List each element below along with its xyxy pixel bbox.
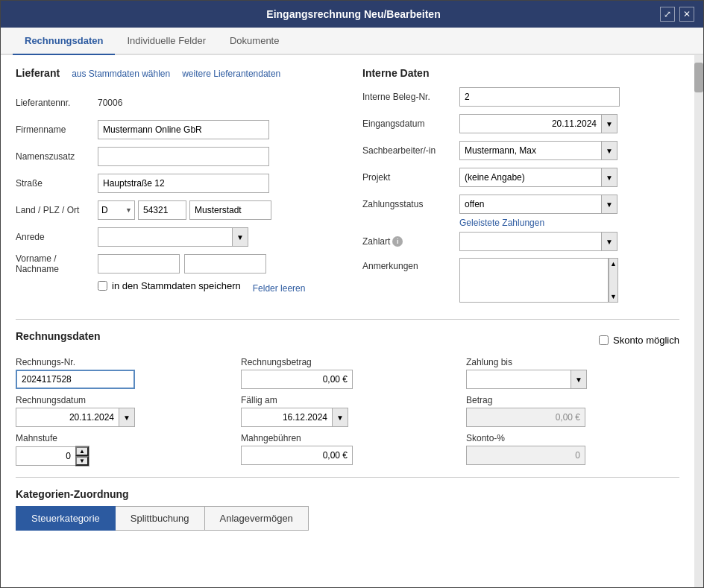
rechnungsdatum-input[interactable]	[16, 408, 119, 427]
mahngebuehren-label: Mahngebühren	[241, 433, 454, 443]
nachname-input[interactable]	[184, 254, 266, 274]
tab-dokumente[interactable]: Dokumente	[218, 28, 291, 55]
tab-individuelle-felder[interactable]: Individuelle Felder	[115, 28, 218, 55]
faellig-am-input[interactable]	[241, 408, 332, 427]
lieferantennr-value: 70006	[98, 98, 122, 108]
mahnstufe-label: Mahnstufe	[16, 433, 229, 443]
skonto-prozent-label: Skonto-%	[466, 433, 679, 443]
rechnungs-nr-field: Rechnungs-Nr.	[16, 357, 229, 389]
faellig-am-label: Fällig am	[241, 395, 454, 405]
tabs-bar: Rechnungsdaten Individuelle Felder Dokum…	[1, 28, 703, 55]
anlagevermoegen-tab-btn[interactable]: Anlagevermögen	[205, 506, 309, 531]
mahngebuehren-field: Mahngebühren	[241, 433, 454, 467]
skonto-checkbox[interactable]	[599, 335, 609, 345]
rechnungsbetrag-field: Rechnungsbetrag	[241, 357, 454, 389]
title-bar: Eingangsrechnung Neu/Bearbeiten ⤢ ✕	[1, 1, 703, 28]
mahnstufe-spinner-btns: ▲ ▼	[75, 446, 89, 467]
skonto-prozent-input[interactable]	[466, 446, 585, 465]
steuerkategorie-tab-btn[interactable]: Steuerkategorie	[16, 506, 116, 531]
top-form-section: Lieferant aus Stammdaten wählen weitere …	[16, 67, 679, 309]
splittbuchung-tab-btn[interactable]: Splittbuchung	[116, 506, 205, 531]
expand-button[interactable]: ⤢	[660, 7, 675, 22]
zahlungsstatus-dropdown-btn[interactable]: ▼	[601, 195, 617, 214]
namenszusatz-label: Namenszusatz	[16, 151, 98, 162]
sachbearbeiter-row: Sachbearbeiter/-in ▼	[362, 140, 679, 161]
felder-leeren-link[interactable]: Felder leeren	[253, 283, 306, 294]
rechnungsdaten-title: Rechnungsdaten	[16, 330, 101, 342]
zahlung-bis-dropdown-btn[interactable]: ▼	[571, 370, 587, 389]
rechnungs-nr-label: Rechnungs-Nr.	[16, 357, 229, 367]
anmerkungen-scroll-down[interactable]: ▼	[609, 293, 617, 300]
window-title: Eingangsrechnung Neu/Bearbeiten	[47, 8, 660, 20]
anrede-label: Anrede	[16, 232, 98, 242]
plz-input[interactable]	[138, 200, 186, 220]
namenszusatz-input[interactable]	[98, 147, 269, 166]
stammdaten-checkbox-row: in den Stammdaten speichern	[98, 280, 241, 291]
stammdaten-checkbox[interactable]	[98, 281, 107, 291]
anrede-dropdown-btn[interactable]: ▼	[232, 227, 248, 247]
land-plz-ort-row: Land / PLZ / Ort D AT CH	[16, 200, 333, 221]
interne-beleg-nr-label: Interne Beleg-Nr.	[362, 92, 459, 102]
strasse-input[interactable]	[98, 174, 269, 193]
firmenname-row: Firmenname	[16, 119, 333, 140]
eingangsdatum-input[interactable]	[459, 114, 601, 133]
zahlungsstatus-input[interactable]	[459, 195, 601, 214]
land-label: Land / PLZ / Ort	[16, 205, 98, 215]
land-select[interactable]: D AT CH	[98, 200, 135, 220]
anmerkungen-scroll-up[interactable]: ▲	[609, 260, 617, 268]
projekt-dropdown-btn[interactable]: ▼	[601, 168, 617, 187]
eingangsdatum-dropdown-btn[interactable]: ▼	[601, 114, 617, 133]
strasse-label: Straße	[16, 178, 98, 189]
eingangsdatum-label: Eingangsdatum	[362, 118, 459, 129]
faellig-am-field: Fällig am ▼	[241, 395, 454, 427]
sachbearbeiter-dropdown-btn[interactable]: ▼	[601, 141, 617, 160]
zahlung-bis-label: Zahlung bis	[466, 357, 679, 367]
rechnungsdatum-dropdown-btn[interactable]: ▼	[119, 408, 135, 427]
rechnungsdaten-header: Rechnungsdaten Skonto möglich	[16, 330, 679, 350]
skonto-prozent-field: Skonto-%	[466, 433, 679, 467]
mahnstufe-field: Mahnstufe ▲ ▼	[16, 433, 229, 467]
mahnstufe-input[interactable]	[16, 446, 75, 466]
rechnungsdatum-label: Rechnungsdatum	[16, 395, 229, 405]
mahngebuehren-input[interactable]	[241, 446, 353, 465]
anrede-input[interactable]	[98, 227, 232, 247]
mahnstufe-down-btn[interactable]: ▼	[75, 456, 89, 466]
namenszusatz-row: Namenszusatz	[16, 146, 333, 167]
zahlart-label: Zahlart i	[362, 236, 459, 247]
zahlung-bis-field: Zahlung bis ▼	[466, 357, 679, 389]
faellig-am-dropdown-btn[interactable]: ▼	[332, 408, 348, 427]
interne-daten-header: Interne Daten	[362, 67, 679, 79]
rechnungs-nr-input[interactable]	[16, 370, 135, 389]
tab-rechnungsdaten[interactable]: Rechnungsdaten	[13, 28, 115, 55]
lieferant-header: Lieferant aus Stammdaten wählen weitere …	[16, 67, 333, 86]
ort-input[interactable]	[189, 200, 271, 220]
lieferant-section: Lieferant aus Stammdaten wählen weitere …	[16, 67, 333, 309]
weitere-link[interactable]: weitere Lieferantendaten	[182, 69, 280, 79]
projekt-input[interactable]	[459, 168, 601, 187]
stammdaten-checkbox-label: in den Stammdaten speichern	[112, 280, 241, 291]
kategorien-title: Kategorien-Zuordnung	[16, 488, 129, 500]
zahlart-dropdown-btn[interactable]: ▼	[601, 232, 617, 251]
mahnstufe-up-btn[interactable]: ▲	[75, 446, 89, 456]
close-button[interactable]: ✕	[679, 7, 694, 22]
interne-beleg-nr-input[interactable]	[459, 87, 620, 107]
zahlung-bis-input[interactable]	[466, 370, 571, 389]
zahlart-info-icon[interactable]: i	[392, 236, 403, 247]
strasse-row: Straße	[16, 173, 333, 194]
sachbearbeiter-input[interactable]	[459, 141, 601, 160]
section-divider-2	[16, 477, 679, 478]
rechnungsdaten-grid: Rechnungs-Nr. Rechnungsbetrag Zahlung bi…	[16, 357, 679, 467]
anmerkungen-textarea[interactable]	[459, 258, 609, 303]
stammdaten-link[interactable]: aus Stammdaten wählen	[72, 69, 170, 79]
geleistete-zahlungen-link[interactable]: Geleistete Zahlungen	[459, 218, 679, 228]
firmenname-input[interactable]	[98, 120, 269, 139]
rechnungsbetrag-input[interactable]	[241, 370, 353, 389]
window-controls: ⤢ ✕	[660, 7, 694, 22]
main-content: Lieferant aus Stammdaten wählen weitere …	[1, 55, 694, 587]
zahlart-input[interactable]	[459, 232, 601, 251]
lieferantennr-row: Lieferantennr. 70006	[16, 92, 333, 113]
betrag-input[interactable]	[466, 408, 585, 427]
vorname-input[interactable]	[98, 254, 180, 274]
vorname-label: Vorname / Nachname	[16, 253, 98, 274]
scrollbar-thumb[interactable]	[694, 63, 703, 92]
